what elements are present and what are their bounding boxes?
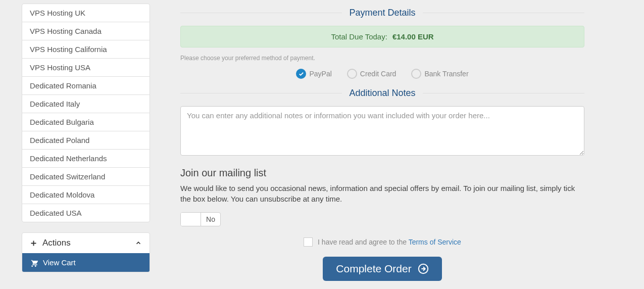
toggle-knob <box>181 213 201 226</box>
sidebar-item[interactable]: Dedicated Bulgaria <box>22 113 150 131</box>
total-due-amount: €14.00 EUR <box>392 32 434 41</box>
payment-options: PayPalCredit CardBank Transfer <box>180 69 584 79</box>
actions-toggle[interactable]: Actions <box>22 233 150 253</box>
sidebar-item[interactable]: VPS Hosting Canada <box>22 22 150 40</box>
plus-icon <box>30 239 37 247</box>
cart-icon <box>30 259 38 267</box>
notes-textarea[interactable] <box>180 106 584 156</box>
chevron-up-icon <box>135 239 142 247</box>
complete-order-label: Complete Order <box>336 263 411 275</box>
total-due-banner: Total Due Today: €14.00 EUR <box>180 26 584 47</box>
complete-order-button[interactable]: Complete Order <box>323 257 441 281</box>
tos-row: I have read and agree to the Terms of Se… <box>180 237 584 247</box>
toggle-state: No <box>201 215 220 223</box>
payment-option-label: Credit Card <box>360 70 397 78</box>
sidebar-item[interactable]: Dedicated USA <box>22 204 150 222</box>
actions-title: Actions <box>42 238 71 248</box>
payment-option[interactable]: PayPal <box>296 69 331 79</box>
additional-notes-heading: Additional Notes <box>180 88 584 99</box>
view-cart-label: View Cart <box>43 258 76 267</box>
sidebar-item[interactable]: Dedicated Moldova <box>22 186 150 204</box>
sidebar-item[interactable]: Dedicated Romania <box>22 77 150 95</box>
payment-option[interactable]: Bank Transfer <box>411 69 468 79</box>
sidebar-item[interactable]: Dedicated Switzerland <box>22 168 150 186</box>
radio-icon <box>411 69 421 79</box>
tos-text: I have read and agree to the Terms of Se… <box>318 238 461 246</box>
payment-instruction: Please choose your preferred method of p… <box>180 55 584 62</box>
sidebar-item[interactable]: VPS Hosting California <box>22 40 150 59</box>
tos-link[interactable]: Terms of Service <box>409 238 461 246</box>
actions-panel: Actions View Cart <box>22 232 150 272</box>
payment-option-label: Bank Transfer <box>424 70 468 78</box>
radio-selected-icon <box>296 69 306 79</box>
tos-checkbox[interactable] <box>304 237 313 247</box>
arrow-circle-right-icon <box>418 263 429 274</box>
sidebar-item[interactable]: VPS Hosting UK <box>22 4 150 22</box>
sidebar-item[interactable]: Dedicated Poland <box>22 131 150 150</box>
mailing-heading: Join our mailing list <box>180 167 584 179</box>
total-due-label: Total Due Today: <box>331 32 387 41</box>
sidebar-category-list: VPS Hosting UKVPS Hosting CanadaVPS Host… <box>22 4 150 222</box>
view-cart-button[interactable]: View Cart <box>22 253 150 272</box>
payment-option-label: PayPal <box>309 70 331 78</box>
radio-icon <box>347 69 357 79</box>
sidebar-item[interactable]: Dedicated Italy <box>22 95 150 113</box>
payment-details-heading: Payment Details <box>180 8 584 18</box>
sidebar-item[interactable]: VPS Hosting USA <box>22 59 150 77</box>
mailing-text: We would like to send you occasional new… <box>180 183 584 204</box>
payment-option[interactable]: Credit Card <box>347 69 397 79</box>
mailing-toggle[interactable]: No <box>180 212 221 226</box>
sidebar-item[interactable]: Dedicated Netherlands <box>22 150 150 168</box>
